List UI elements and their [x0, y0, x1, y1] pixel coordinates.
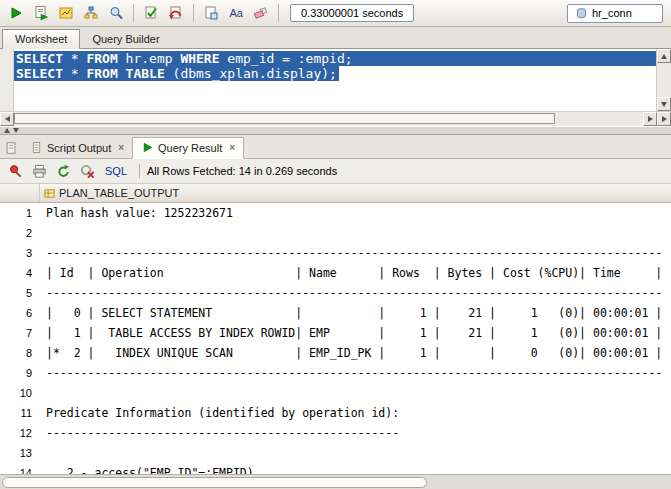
change-case-button[interactable]: Aa [224, 2, 248, 24]
toolbar-separator [278, 4, 279, 22]
editor-line[interactable]: SELECT * FROM TABLE (dbms_xplan.display)… [14, 66, 339, 81]
grid-header: PLAN_TABLE_OUTPUT [0, 184, 671, 203]
table-row[interactable]: 2 [0, 223, 671, 243]
table-row[interactable]: 7| 1 | TABLE ACCESS BY INDEX ROWID| EMP … [0, 323, 671, 343]
toolbar-separator [139, 164, 140, 178]
pin-button[interactable] [4, 161, 26, 181]
table-row[interactable]: 8|* 2 | INDEX UNIQUE SCAN | EMP_ID_PK | … [0, 343, 671, 363]
column-header-label: PLAN_TABLE_OUTPUT [59, 187, 179, 199]
cancel-fetch-button[interactable] [76, 161, 98, 181]
table-row[interactable]: 3---------------------------------------… [0, 243, 671, 263]
scroll-down-button[interactable] [657, 97, 671, 111]
connection-name: hr_conn [592, 7, 632, 19]
grid-horizontal-scrollbar[interactable] [0, 474, 671, 489]
query-result-icon [141, 141, 154, 154]
script-output-icon [30, 141, 43, 154]
table-row[interactable]: 4| Id | Operation | Name | Rows | Bytes … [0, 263, 671, 283]
run-statement-icon [8, 5, 24, 21]
table-row[interactable]: 12--------------------------------------… [0, 423, 671, 443]
tab-worksheet[interactable]: Worksheet [2, 29, 80, 49]
pin-icon [8, 164, 23, 179]
unshared-worksheet-button[interactable] [199, 2, 223, 24]
table-row[interactable]: 5---------------------------------------… [0, 283, 671, 303]
fetch-status-text: All Rows Fetched: 14 in 0.269 seconds [147, 165, 337, 177]
scroll-left-button[interactable] [0, 112, 14, 126]
row-text: ----------------------------------------… [40, 426, 399, 440]
pane-splitter[interactable] [0, 126, 671, 135]
editor-code[interactable]: SELECT * FROM hr.emp WHERE emp_id = :emp… [14, 49, 657, 111]
row-number: 13 [0, 447, 40, 459]
autotrace-icon [58, 5, 74, 21]
tab-query-builder[interactable]: Query Builder [80, 30, 171, 48]
table-row[interactable]: 10 [0, 383, 671, 403]
fetch-all-icon [56, 164, 71, 179]
row-number: 12 [0, 427, 40, 439]
tab-script-output[interactable]: Script Output × [22, 138, 132, 158]
arrow-right-icon [662, 116, 667, 122]
run-statement-button[interactable] [4, 2, 28, 24]
row-text: 2 - access("EMP_ID"=:EMPID) [40, 466, 254, 474]
commit-icon [143, 5, 159, 21]
table-row[interactable]: 11Predicate Information (identified by o… [0, 403, 671, 423]
eraser-icon [253, 5, 269, 21]
column-header-plan-table-output[interactable]: PLAN_TABLE_OUTPUT [40, 187, 179, 199]
output-pane-icon [4, 141, 18, 155]
row-number: 3 [0, 247, 40, 259]
scroll-up-button[interactable] [657, 49, 671, 63]
table-row[interactable]: 13 [0, 443, 671, 463]
scrollbar-thumb[interactable] [14, 113, 555, 124]
table-row[interactable]: 6| 0 | SELECT STATEMENT | | 1 | 21 | 1 (… [0, 303, 671, 323]
run-script-button[interactable] [29, 2, 53, 24]
row-number: 7 [0, 327, 40, 339]
row-number: 9 [0, 367, 40, 379]
row-text: |* 2 | INDEX UNIQUE SCAN | EMP_ID_PK | 1… [40, 346, 662, 360]
arrow-down-icon [661, 102, 667, 107]
sql-label[interactable]: SQL [105, 165, 127, 177]
row-number: 14 [0, 467, 40, 474]
run-script-icon [33, 5, 49, 21]
execution-timer: 0.33000001 seconds [290, 4, 414, 22]
sql-editor[interactable]: SELECT * FROM hr.emp WHERE emp_id = :emp… [0, 49, 671, 111]
rollback-button[interactable] [164, 2, 188, 24]
row-number: 8 [0, 347, 40, 359]
toolbar-separator [193, 4, 194, 22]
print-button[interactable] [28, 161, 50, 181]
tab-query-result[interactable]: Query Result × [132, 137, 244, 159]
row-number: 1 [0, 207, 40, 219]
collapse-up-icon[interactable] [4, 128, 10, 133]
clear-button[interactable] [249, 2, 273, 24]
editor-vertical-scrollbar[interactable] [656, 49, 671, 111]
autotrace-button[interactable] [54, 2, 78, 24]
change-case-icon: Aa [228, 5, 244, 21]
row-number: 6 [0, 307, 40, 319]
scrollbar-thumb[interactable] [2, 477, 427, 488]
connection-selector[interactable]: hr_conn [567, 4, 663, 23]
row-text: Predicate Information (identified by ope… [40, 406, 399, 420]
svg-text:Aa: Aa [230, 7, 244, 19]
column-header-icon [44, 188, 55, 199]
commit-button[interactable] [139, 2, 163, 24]
grid-body: 1Plan hash value: 125223267123----------… [0, 203, 671, 474]
printer-icon [32, 164, 47, 179]
unshared-worksheet-icon [203, 5, 219, 21]
editor-line[interactable]: SELECT * FROM hr.emp WHERE emp_id = :emp… [14, 51, 657, 66]
row-text: ----------------------------------------… [40, 286, 662, 300]
sql-tuning-advisor-button[interactable] [104, 2, 128, 24]
table-row[interactable]: 9---------------------------------------… [0, 363, 671, 383]
close-icon[interactable]: × [118, 143, 124, 153]
scroll-right-button-2[interactable] [657, 112, 671, 126]
arrow-left-icon [5, 116, 10, 122]
scroll-right-button[interactable] [643, 112, 657, 126]
scrollbar-track[interactable] [14, 112, 643, 126]
row-number: 5 [0, 287, 40, 299]
table-row[interactable]: 14 2 - access("EMP_ID"=:EMPID) [0, 463, 671, 474]
fetch-all-button[interactable] [52, 161, 74, 181]
arrow-right-icon [648, 116, 653, 122]
sql-tuning-advisor-icon [108, 5, 124, 21]
explain-plan-button[interactable] [79, 2, 103, 24]
main-toolbar: Aa 0.33000001 seconds hr_conn [0, 0, 671, 27]
close-icon[interactable]: × [229, 143, 235, 153]
table-row[interactable]: 1Plan hash value: 1252232671 [0, 203, 671, 223]
collapse-down-icon[interactable] [13, 128, 19, 133]
editor-horizontal-scrollbar[interactable] [0, 111, 671, 126]
